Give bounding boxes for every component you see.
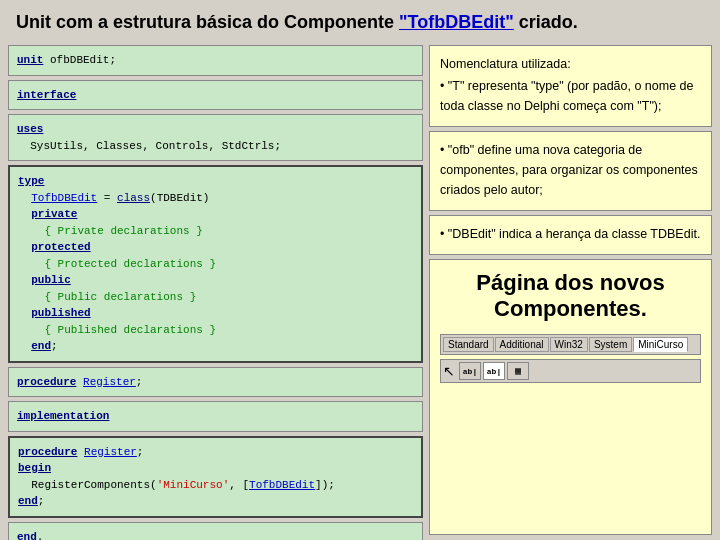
toolbar-area: ↖ ab| ab| ▦ [440, 359, 701, 383]
component-ref: TofbDBEdit [249, 479, 315, 491]
comment-protected: { Protected declarations } [44, 258, 216, 270]
nomenclatura-bullet-t: • "T" representa "type" (por padão, o no… [440, 76, 701, 116]
comment-published: { Published declarations } [44, 324, 216, 336]
tab-bar[interactable]: Standard Additional Win32 System MiniCur… [440, 334, 701, 355]
comment-private: { Private declarations } [44, 225, 202, 237]
keyword-procedure-2: procedure [18, 446, 77, 458]
code-interface: interface [8, 80, 423, 111]
tab-system[interactable]: System [589, 337, 632, 352]
code-procedure-register: procedure Register; [8, 367, 423, 398]
keyword-end-proc: end [18, 495, 38, 507]
comment-public: { Public declarations } [44, 291, 196, 303]
left-panel: unit ofbDBEdit; interface uses SysUtils,… [8, 45, 423, 535]
keyword-begin: begin [18, 462, 51, 474]
code-type-block: type TofbDBEdit = class(TDBEdit) private… [8, 165, 423, 363]
nomenclatura-title: Nomenclatura utilizada: [440, 54, 701, 74]
keyword-public: public [31, 274, 71, 286]
keyword-implementation: implementation [17, 410, 109, 422]
tab-standard[interactable]: Standard [443, 337, 494, 352]
keyword-uses: uses [17, 123, 43, 135]
keyword-published: published [31, 307, 90, 319]
page-box: Página dos novos Componentes. Standard A… [429, 259, 712, 535]
keyword-private: private [31, 208, 77, 220]
keyword-end-type: end [31, 340, 51, 352]
title-highlight: "TofbDBEdit" [399, 12, 514, 32]
info-box-1: Nomenclatura utilizada: • "T" representa… [429, 45, 712, 127]
keyword-procedure-1: procedure [17, 376, 76, 388]
title-suffix: criado. [514, 12, 578, 32]
register-call: RegisterComponents( [31, 479, 156, 491]
toolbar-btn-2[interactable]: ab| [483, 362, 505, 380]
keyword-class: class [117, 192, 150, 204]
right-panel: Nomenclatura utilizada: • "T" representa… [429, 45, 712, 535]
keyword-type: type [18, 175, 44, 187]
code-end: end. [8, 522, 423, 541]
uses-content: SysUtils, Classes, Controls, StdCtrls; [17, 140, 281, 152]
content-area: unit ofbDBEdit; interface uses SysUtils,… [8, 45, 712, 535]
tab-additional[interactable]: Additional [495, 337, 549, 352]
page-box-title: Página dos novos Componentes. [440, 270, 701, 322]
main-container: Unit com a estrutura básica do Component… [0, 0, 720, 540]
code-implementation: implementation [8, 401, 423, 432]
keyword-unit: unit [17, 54, 43, 66]
info-box-2: • "ofb" define uma nova categoria de com… [429, 131, 712, 211]
toolbar-btn-1[interactable]: ab| [459, 362, 481, 380]
keyword-protected: protected [31, 241, 90, 253]
register-name-1: Register [83, 376, 136, 388]
keyword-end-unit: end [17, 531, 37, 541]
dbedit-bullet: • "DBEdit" indica a herança da classe TD… [440, 224, 701, 244]
register-name-2: Register [84, 446, 137, 458]
cursor-icon: ↖ [443, 363, 455, 379]
toolbar-btn-3[interactable]: ▦ [507, 362, 529, 380]
keyword-interface: interface [17, 89, 76, 101]
code-uses: uses SysUtils, Classes, Controls, StdCtr… [8, 114, 423, 161]
title-bar: Unit com a estrutura básica do Component… [8, 8, 712, 37]
info-box-3: • "DBEdit" indica a herança da classe TD… [429, 215, 712, 255]
code-unit: unit ofbDBEdit; [8, 45, 423, 76]
tab-win32[interactable]: Win32 [550, 337, 588, 352]
tab-minicurso[interactable]: MiniCurso [633, 337, 688, 352]
class-name: TofbDBEdit [31, 192, 97, 204]
title-prefix: Unit com a estrutura básica do Component… [16, 12, 399, 32]
ofb-bullet: • "ofb" define uma nova categoria de com… [440, 140, 701, 200]
string-minicurso: 'MiniCurso' [157, 479, 230, 491]
unit-name: ofbDBEdit; [43, 54, 116, 66]
code-procedure-block: procedure Register; begin RegisterCompon… [8, 436, 423, 518]
